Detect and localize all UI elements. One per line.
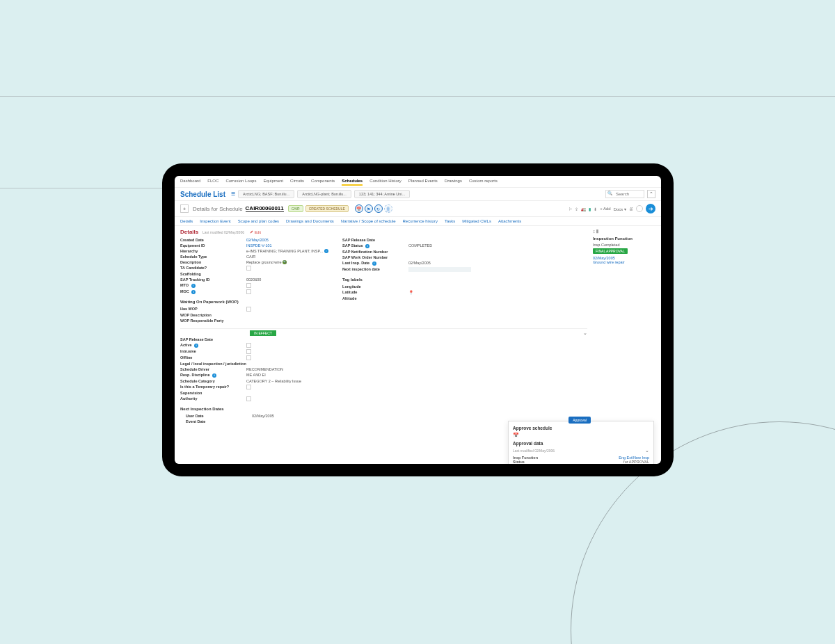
- nav-custom-reports[interactable]: Custom reports: [469, 179, 498, 186]
- share-icon[interactable]: ⇪: [575, 207, 578, 211]
- collapse-icon[interactable]: ⌄: [583, 330, 587, 336]
- lbl-schedule-type: Schedule Type: [180, 255, 246, 259]
- val-created-date: 02/May/2005: [246, 238, 269, 242]
- calendar-icon[interactable]: 📅: [355, 204, 363, 213]
- chk-has-wop[interactable]: [246, 307, 251, 312]
- search-small-icon[interactable]: 🔍: [283, 260, 287, 264]
- top-nav: Dashboard FLOC Corrosion Loops Equipment…: [175, 176, 661, 188]
- val-equipment-id[interactable]: INSPDE-V-101: [246, 243, 272, 248]
- lbl-scaffolding: Scaffolding: [180, 272, 246, 276]
- collapse-button[interactable]: ⌃: [647, 190, 655, 198]
- lbl-created-date: Created Date: [180, 238, 246, 242]
- chk-moc[interactable]: [246, 289, 251, 294]
- in-effect-badge: IN EFFECT: [250, 330, 276, 336]
- search-icon: 🔍: [607, 191, 612, 195]
- nav-drawings[interactable]: Drawings: [445, 179, 462, 186]
- side-note[interactable]: Ground wire repair: [593, 260, 655, 264]
- tab-mitigated-cmls[interactable]: Mitigated CMLs: [462, 219, 491, 223]
- lbl-moc: MOC i: [180, 289, 246, 294]
- calendar-small-icon[interactable]: 📅: [513, 433, 649, 438]
- lbl-altitude: Altitude: [342, 296, 408, 300]
- tab-narrative[interactable]: Narrative / Scope of schedule: [341, 219, 396, 223]
- tab-tasks[interactable]: Tasks: [445, 219, 455, 223]
- chk-offline[interactable]: [246, 355, 251, 360]
- side-status: Insp.Completed: [593, 243, 655, 247]
- info-icon-resp[interactable]: i: [212, 373, 216, 378]
- chk-ta-candidate[interactable]: [246, 266, 251, 271]
- detail-header: + Details for Schedule CAIR00060011 CAIR…: [175, 201, 661, 217]
- edit-link[interactable]: Edit: [250, 230, 261, 234]
- info-icon-active[interactable]: i: [194, 344, 198, 348]
- lbl-last-insp: Last Insp. Date i: [342, 261, 408, 266]
- tab-scope-plan[interactable]: Scope and plan codes: [238, 219, 279, 223]
- approval-data-heading: Approval data: [513, 441, 649, 446]
- refresh-icon[interactable]: ↻: [374, 204, 383, 213]
- nav-circuits[interactable]: Circuits: [290, 179, 304, 186]
- side-panel: ↕ ⦀ Inspection Function Insp.Completed F…: [593, 229, 655, 424]
- next-insp-dates-heading: Next Inspection Dates: [180, 407, 301, 411]
- chk-active[interactable]: [246, 343, 251, 348]
- badge-type: CAIR: [288, 205, 303, 212]
- flag-icon[interactable]: ⚑: [365, 204, 373, 213]
- chk-mto[interactable]: [246, 283, 251, 288]
- info-icon-mto[interactable]: i: [191, 284, 196, 288]
- tab-inspection-event[interactable]: Inspection Event: [200, 219, 230, 223]
- download-icon[interactable]: ⬇: [594, 207, 597, 211]
- detail-prefix: Details for Schedule: [193, 206, 243, 212]
- nav-components[interactable]: Components: [311, 179, 335, 186]
- sub-tabs: Details Inspection Event Scope and plan …: [175, 217, 661, 226]
- lbl-resp-disc: Resp. Discipline i: [180, 373, 246, 378]
- tab-details[interactable]: Details: [180, 219, 193, 223]
- sort-icon[interactable]: ↕ ⦀: [593, 229, 598, 234]
- truck-icon[interactable]: 🚛: [581, 207, 586, 211]
- add-button[interactable]: +: [180, 204, 189, 213]
- schedule-id: CAIR00060011: [246, 205, 284, 212]
- user-icon[interactable]: 👤: [384, 204, 392, 213]
- info-icon-lastinsp[interactable]: i: [372, 261, 376, 266]
- tab-attachments[interactable]: Attachments: [498, 219, 521, 223]
- chevron-down-icon[interactable]: ⌄: [645, 448, 649, 453]
- lbl-sched-driver: Schedule Driver: [180, 367, 246, 371]
- nav-equipment[interactable]: Equipment: [263, 179, 283, 186]
- lbl-wop-desc: WOP Description: [180, 313, 246, 317]
- chk-authority[interactable]: [246, 396, 251, 401]
- nav-floc[interactable]: FLOC: [207, 179, 218, 186]
- crumb-2[interactable]: ArcticLNG-plant; Burullu...: [297, 190, 351, 198]
- lbl-approve-status: Status: [513, 460, 575, 464]
- info-icon-moc[interactable]: i: [191, 290, 196, 294]
- print-icon[interactable]: 🖨: [629, 207, 633, 211]
- val-resp-disc: ME AND EI: [246, 373, 266, 378]
- last-modified: Last modified 02/May/2006: [202, 230, 244, 234]
- lbl-legal: Legal / local inspection / jurisdiction: [180, 362, 246, 366]
- crumb-1[interactable]: ArcticLNG; BASF; Burullu...: [238, 190, 294, 198]
- doc-icon[interactable]: ▮: [589, 207, 591, 211]
- nav-corrosion-loops[interactable]: Corrosion Loops: [225, 179, 256, 186]
- nav-dashboard[interactable]: Dashboard: [180, 179, 200, 186]
- filter-icon[interactable]: ☰: [231, 191, 235, 197]
- lbl-ta-candidate: TA Candidate?: [180, 266, 246, 271]
- minus-icon[interactable]: [636, 205, 643, 212]
- breadcrumb-bar: Schedule List ☰ ArcticLNG; BASF; Burullu…: [175, 188, 661, 201]
- nav-schedules[interactable]: Schedules: [342, 179, 363, 186]
- info-icon-sap[interactable]: i: [365, 244, 369, 248]
- nav-condition-history[interactable]: Condition History: [369, 179, 401, 186]
- pin-icon[interactable]: 📍: [408, 290, 413, 295]
- add-label[interactable]: + Add: [600, 207, 611, 211]
- chk-temp-repair[interactable]: [246, 385, 251, 389]
- final-approval-badge: FINAL APPROVAL: [593, 248, 628, 254]
- nav-planned-events[interactable]: Planned Events: [408, 179, 438, 186]
- info-icon[interactable]: i: [324, 249, 328, 253]
- val-sap-tracking: 0020600: [246, 277, 261, 282]
- docs-label[interactable]: Docs ▾: [614, 207, 626, 211]
- flag-action-icon[interactable]: ⚐: [568, 207, 572, 211]
- tab-recurrence[interactable]: Recurrence history: [403, 219, 438, 223]
- val-schedule-type: CAIR: [246, 255, 255, 259]
- crumb-3[interactable]: 123; 141; 344; Amine Uni...: [354, 190, 410, 198]
- chk-intrusive[interactable]: [246, 349, 251, 354]
- next-arrow-icon[interactable]: ➔: [646, 204, 655, 214]
- tab-drawings-docs[interactable]: Drawings and Documents: [286, 219, 334, 223]
- lbl-latitude: Latitude: [342, 290, 408, 295]
- lbl-sap-tracking: SAP Tracking ID: [180, 277, 246, 282]
- app-screen: Dashboard FLOC Corrosion Loops Equipment…: [175, 176, 661, 464]
- pencil-icon: [250, 230, 253, 234]
